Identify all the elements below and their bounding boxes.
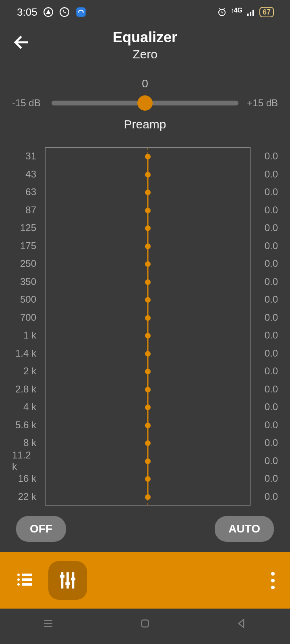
eq-band-dot[interactable] [145,458,151,464]
eq-area: 314363871251752503505007001 k1.4 k2 k2.8… [0,143,290,506]
freq-label: 63 [12,183,40,201]
freq-label: 1.4 k [12,345,40,363]
freq-label: 500 [12,291,40,309]
band-value: 0.0 [255,380,278,398]
eq-band-dot[interactable] [145,423,151,428]
svg-rect-7 [250,12,251,16]
nav-recent-icon[interactable] [42,617,54,631]
list-icon[interactable] [15,570,35,591]
freq-label: 4 k [12,398,40,416]
eq-band-dot[interactable] [145,387,151,392]
page-title: Equalizer [12,29,278,46]
svg-rect-17 [71,578,75,580]
preamp-min-label: -15 dB [12,97,44,109]
svg-point-11 [17,578,20,581]
eq-band-dot[interactable] [145,333,151,339]
svg-point-9 [17,574,20,576]
band-value: 0.0 [255,470,278,488]
freq-column: 314363871251752503505007001 k1.4 k2 k2.8… [12,147,40,506]
auto-button[interactable]: AUTO [215,516,274,542]
preamp-max-label: +15 dB [246,97,278,109]
svg-point-3 [79,10,80,11]
freq-label: 31 [12,147,40,165]
band-value: 0.0 [255,309,278,327]
nav-back-icon[interactable] [236,617,248,631]
network-label: ↕4G [231,7,242,14]
eq-band-dot[interactable] [145,405,151,410]
preamp-value: 0 [12,77,278,90]
freq-label: 87 [12,201,40,219]
eq-band-dot[interactable] [145,315,151,321]
eq-band-dot[interactable] [145,476,151,482]
notif-icon-1 [43,7,54,17]
band-value: 0.0 [255,345,278,363]
eq-band-dot[interactable] [145,208,151,213]
eq-band-dot[interactable] [145,261,151,267]
band-value: 0.0 [255,362,278,380]
eq-band-dot[interactable] [145,172,151,178]
band-value: 0.0 [255,291,278,309]
preset-name[interactable]: Zero [12,47,278,61]
eq-band-dot[interactable] [145,369,151,374]
battery-indicator: 67 [259,7,274,17]
svg-rect-12 [22,578,32,581]
nav-home-icon[interactable] [139,617,151,631]
band-value: 0.0 [255,273,278,291]
freq-label: 2.8 k [12,380,40,398]
freq-label: 11.2 k [12,452,40,470]
freq-label: 22 k [12,488,40,506]
eq-band-dot[interactable] [145,225,151,231]
signal-icon [246,8,255,17]
android-nav-bar [0,609,290,640]
more-menu-icon[interactable] [271,572,275,589]
eq-band-dot[interactable] [145,279,151,285]
band-value: 0.0 [255,416,278,434]
band-value: 0.0 [255,398,278,416]
app-icon [75,6,87,18]
freq-label: 16 k [12,470,40,488]
band-value: 0.0 [255,183,278,201]
preamp-section: 0 -15 dB +15 dB Preamp [0,69,290,143]
bottom-toolbar [0,552,290,609]
eq-graph[interactable] [45,147,251,506]
off-button[interactable]: OFF [16,516,66,542]
svg-point-13 [17,583,20,586]
svg-rect-21 [141,620,149,627]
band-value: 0.0 [255,147,278,165]
svg-rect-10 [22,574,32,576]
back-button[interactable] [12,32,32,54]
preamp-slider-thumb[interactable] [137,95,153,111]
status-time: 3:05 [17,6,37,19]
svg-rect-15 [60,575,64,578]
eq-band-dot[interactable] [145,297,151,303]
freq-label: 2 k [12,362,40,380]
band-value: 0.0 [255,434,278,452]
freq-label: 250 [12,255,40,273]
freq-label: 1 k [12,326,40,345]
svg-rect-16 [65,582,70,585]
status-bar: 3:05 ↕4G 67 [0,0,290,24]
freq-label: 350 [12,273,40,291]
freq-label: 125 [12,219,40,237]
eq-band-dot[interactable] [145,440,151,446]
svg-point-4 [82,10,83,11]
preamp-slider[interactable] [52,101,238,105]
equalizer-tab[interactable] [48,561,87,600]
eq-band-dot[interactable] [145,351,151,357]
eq-band-dot[interactable] [145,494,151,500]
band-value: 0.0 [255,255,278,273]
freq-label: 5.6 k [12,416,40,434]
value-column: 0.00.00.00.00.00.00.00.00.00.00.00.00.00… [255,147,278,506]
band-value: 0.0 [255,452,278,470]
svg-point-1 [60,8,69,17]
alarm-icon [217,7,227,17]
band-value: 0.0 [255,326,278,345]
eq-band-dot[interactable] [145,154,151,159]
freq-label: 700 [12,309,40,327]
eq-band-dot[interactable] [145,244,151,249]
header: Equalizer Zero [0,24,290,69]
band-value: 0.0 [255,237,278,255]
status-right: ↕4G 67 [217,7,274,17]
bottom-buttons: OFF AUTO [0,506,290,552]
eq-band-dot[interactable] [145,190,151,195]
